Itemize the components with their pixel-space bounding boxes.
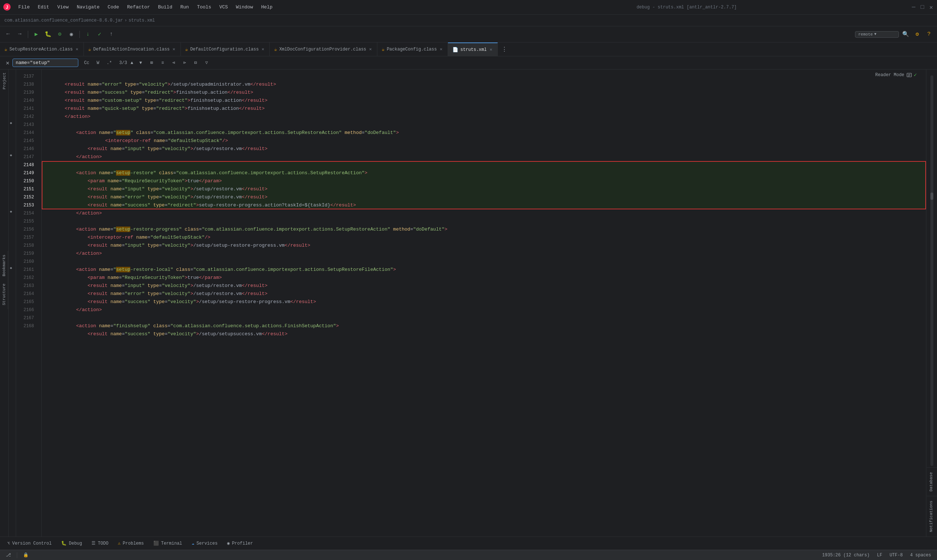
tab-close-2[interactable]: ✕ [172,46,176,53]
tab-xml-doc-configuration[interactable]: ☕ XmlDocConfigurationProvider.class ✕ [270,43,377,56]
status-right: 1935:26 (12 chars) LF UTF-8 4 spaces [821,553,932,558]
tab-default-action-invocation[interactable]: ☕ DefaultActionInvocation.class ✕ [84,43,181,56]
tab-close-3[interactable]: ✕ [261,46,265,53]
forward-button[interactable]: → [15,29,25,40]
git-status[interactable]: ⎇ [5,552,12,558]
line-ending[interactable]: LF [875,553,883,558]
line-num-2156: 2156 [16,225,37,234]
vcs-commit-button[interactable]: ✓ [94,29,105,40]
menu-tools[interactable]: Tools [193,3,215,11]
coverage-button[interactable]: ⊙ [55,29,65,40]
menu-help[interactable]: Help [257,3,276,11]
terminal-tab[interactable]: ⬛ Terminal [149,539,187,548]
search-layout-button[interactable]: ⊟ [191,59,200,67]
app-logo: J [3,3,12,12]
lock-status[interactable]: 🔒 [22,552,30,558]
menu-code[interactable]: Code [104,3,123,11]
menu-file[interactable]: File [15,3,33,11]
whole-word-button[interactable]: W [94,60,102,66]
vcs-update-button[interactable]: ↓ [83,29,93,40]
menu-vcs[interactable]: VCS [215,3,231,11]
tab-close-1[interactable]: ✕ [75,46,79,53]
tabs-bar: ☕ SetupRestoreAction.class ✕ ☕ DefaultAc… [0,43,937,56]
line-num-2141: 2141 [16,105,37,113]
gutter-icon-2143: ◈ [10,121,12,125]
menu-navigate[interactable]: Navigate [73,3,103,11]
cursor-position[interactable]: 1935:26 (12 chars) [821,553,871,558]
search-input[interactable] [12,58,78,67]
problems-icon: ⚠ [118,541,120,546]
path-file: struts.xml [128,18,155,23]
encoding-text: UTF-8 [889,553,903,558]
tab-close-6[interactable]: ✕ [489,46,493,53]
title-bar: J File Edit View Navigate Code Refactor … [0,0,937,15]
scrollbar-thumb[interactable] [931,192,933,200]
services-tab[interactable]: ☁ Services [188,539,222,548]
menu-run[interactable]: Run [177,3,192,11]
search-filter2-button[interactable]: ▽ [202,59,211,67]
tab-default-configuration[interactable]: ☕ DefaultConfiguration.class ✕ [181,43,270,56]
window-title: debug - struts.xml [antlr_antlr-2.7.7] [463,5,911,10]
search-filter-button[interactable]: ≡ [158,59,166,67]
menu-view[interactable]: View [54,3,72,11]
structure-vtab[interactable]: Structure [0,280,8,309]
line-num-2150: 2150 [16,177,37,185]
code-editor[interactable]: <result name="error" type="velocity">/se… [42,69,926,537]
database-panel-tab[interactable]: Database [927,468,937,496]
menu-build[interactable]: Build [154,3,176,11]
debug-tab[interactable]: 🐛 Debug [57,539,86,548]
tabs-more-button[interactable]: ⋮ [498,46,511,53]
tab-close-4[interactable]: ✕ [369,46,372,53]
maximize-button[interactable]: □ [919,5,925,10]
services-icon: ☁ [192,541,194,546]
reader-mode-button[interactable]: Reader Mode ✓ [875,72,917,78]
profiler-tab[interactable]: ◉ Profiler [223,539,257,548]
close-button[interactable]: ✕ [928,5,934,10]
tab-setup-restore-action[interactable]: ☕ SetupRestoreAction.class ✕ [0,43,84,56]
profiler-label: Profiler [232,541,253,546]
search-prev-button[interactable]: ▲ [128,59,136,67]
case-sensitive-button[interactable]: Cc [81,60,92,66]
window-controls: ─ □ ✕ [911,5,934,10]
tab-package-config[interactable]: ☕ PackageConfig.class ✕ [377,43,448,56]
minimize-button[interactable]: ─ [911,5,917,10]
menu-edit[interactable]: Edit [34,3,53,11]
project-panel-label[interactable]: Project [1,69,8,92]
terminal-icon: ⬛ [153,541,159,546]
menu-refactor[interactable]: Refactor [123,3,153,11]
search-nav-prev-button[interactable]: ⊲ [169,59,177,67]
status-sep-1 [17,552,17,558]
editor-gutter: ◈ ◈ ◈ ◈ [9,69,16,537]
search-close-button[interactable]: ✕ [6,59,9,67]
line-num-2142: 2142 [16,113,37,121]
search-everywhere-button[interactable]: 🔍 [900,29,911,40]
version-control-tab[interactable]: ⌥ Version Control [3,539,56,548]
code-line-2167: <action name="finishsetup" class="com.at… [42,314,926,322]
bookmarks-vtab[interactable]: Bookmarks [0,251,8,280]
notifications-panel-tab[interactable]: Notifications [927,496,937,537]
encoding[interactable]: UTF-8 [888,553,904,558]
tab-struts-xml[interactable]: 📄 struts.xml ✕ [448,43,498,56]
run-button[interactable]: ▶ [31,29,42,40]
indent[interactable]: 4 spaces [908,553,932,558]
back-button[interactable]: ← [3,29,13,40]
settings-button[interactable]: ⚙ [912,29,922,40]
debug-button[interactable]: 🐛 [43,29,53,40]
tab-icon-5: ☕ [382,46,385,52]
profile-button[interactable]: ◉ [66,29,77,40]
code-line-2142 [42,113,926,121]
search-next-button[interactable]: ▼ [137,59,145,67]
problems-tab[interactable]: ⚠ Problems [114,539,148,548]
todo-tab[interactable]: ☰ TODO [87,539,113,548]
tab-close-5[interactable]: ✕ [439,46,443,53]
path-jar: com.atlassian.confluence_confluence-8.6.… [5,18,123,23]
scrollbar-track[interactable] [931,75,933,466]
code-line-2148: <action name="setup-restore" class="com.… [42,161,926,169]
regex-button[interactable]: .* [103,60,115,66]
toolbar-separator-1 [28,31,28,38]
help-button[interactable]: ? [924,29,934,40]
search-options-button[interactable]: ⊞ [148,59,155,67]
search-nav-next-button[interactable]: ⊳ [180,59,189,67]
menu-window[interactable]: Window [232,3,257,11]
vcs-push-button[interactable]: ↑ [106,29,116,40]
